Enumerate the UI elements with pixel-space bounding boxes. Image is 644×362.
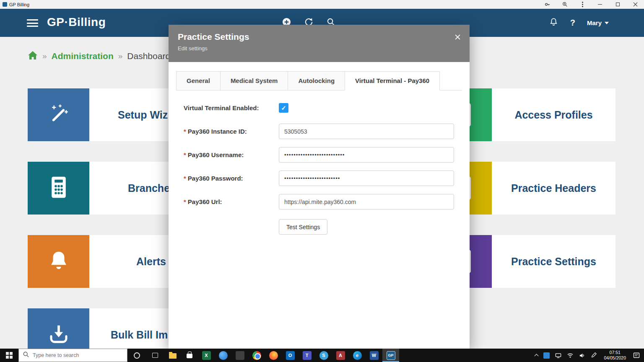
taskbar-edge-icon[interactable]: e <box>349 349 366 362</box>
taskbar-access-icon[interactable]: A <box>332 349 349 362</box>
breadcrumb-separator: » <box>42 52 47 61</box>
tile-label: Setup Wiz <box>118 109 168 121</box>
virtual-terminal-enabled-label: Virtual Terminal Enabled: <box>184 104 279 111</box>
user-menu[interactable]: Mary <box>587 19 609 26</box>
tile-label: Bulk Bill Im <box>111 329 168 341</box>
tile-label: Access Profiles <box>514 109 592 121</box>
notifications-bell-icon[interactable] <box>549 17 558 28</box>
pay360-username-label: *Pay360 Username: <box>184 151 279 158</box>
taskbar-excel-icon[interactable]: X <box>198 349 215 362</box>
volume-icon[interactable] <box>579 352 585 359</box>
pay360-instance-id-input[interactable] <box>279 124 454 139</box>
breadcrumb-separator: » <box>118 52 123 61</box>
task-view-button[interactable] <box>146 349 164 362</box>
notification-center-icon[interactable] <box>633 352 640 359</box>
breadcrumb-administration[interactable]: Administration <box>52 51 114 61</box>
home-icon[interactable] <box>28 51 38 62</box>
tab-general[interactable]: General <box>176 71 221 90</box>
pay360-url-input[interactable] <box>279 194 454 209</box>
monitor-icon[interactable] <box>555 352 561 359</box>
breadcrumb-dashboard: Dashboard <box>127 51 170 61</box>
taskbar-teams-icon[interactable]: T <box>299 349 315 362</box>
windows-logo-icon <box>6 352 13 359</box>
user-name: Mary <box>587 19 602 26</box>
menu-hamburger-icon[interactable] <box>27 19 38 27</box>
pay360-instance-id-label: *Pay360 Instance ID: <box>184 128 279 135</box>
windows-taskbar: X O T S A e W GP 07:51 <box>0 349 644 362</box>
modal-tabs: General Medical System Autolocking Virtu… <box>176 71 462 90</box>
browser-menu-icon[interactable] <box>574 0 591 9</box>
key-icon[interactable] <box>538 0 556 9</box>
app-logo: GP·Billing <box>47 16 106 29</box>
modal-title: Practice Settings <box>178 32 460 42</box>
screen: GP Billing GP·Billing <box>0 0 644 362</box>
taskbar-firefox-icon[interactable] <box>265 349 282 362</box>
pay360-password-input[interactable] <box>279 171 454 186</box>
practice-settings-modal: Practice Settings Edit settings General … <box>169 25 470 349</box>
clock-date: 04/05/2020 <box>604 355 626 361</box>
pay360-url-label: *Pay360 Url: <box>184 198 279 205</box>
bell-icon <box>47 249 70 274</box>
modal-header: Practice Settings Edit settings <box>169 25 470 62</box>
start-button[interactable] <box>0 349 18 362</box>
taskbar-file-explorer-icon[interactable] <box>164 349 181 362</box>
pay360-username-input[interactable] <box>279 147 454 163</box>
close-window-button[interactable] <box>626 0 644 9</box>
tile-label: Alerts <box>136 256 166 268</box>
magic-wand-icon <box>47 103 70 127</box>
breadcrumb: » Administration » Dashboard <box>28 51 170 62</box>
minimize-button[interactable] <box>591 0 609 9</box>
clock-time: 07:51 <box>604 350 626 355</box>
tile-label: Branche <box>128 182 170 194</box>
tab-virtual-terminal-pay360[interactable]: Virtual Terminal - Pay360 <box>345 71 440 90</box>
required-asterisk: * <box>184 175 186 182</box>
app-window-icon <box>3 2 7 7</box>
window-title: GP Billing <box>9 2 29 7</box>
tile-label: Practice Settings <box>511 256 596 268</box>
required-asterisk: * <box>184 151 186 158</box>
taskbar-search[interactable] <box>18 349 127 362</box>
tab-autolocking[interactable]: Autolocking <box>288 71 345 90</box>
tab-medical-system[interactable]: Medical System <box>220 71 288 90</box>
taskbar-outlook-icon[interactable]: O <box>282 349 299 362</box>
search-icon <box>23 352 29 359</box>
modal-subtitle: Edit settings <box>178 45 460 52</box>
taskbar-search-input[interactable] <box>33 352 123 358</box>
caret-down-icon <box>605 22 609 24</box>
tray-expand-icon[interactable] <box>535 354 539 358</box>
system-tray: 07:51 04/05/2020 <box>535 349 644 362</box>
taskbar-gp-billing-icon[interactable]: GP <box>382 349 399 362</box>
taskbar-word-icon[interactable]: W <box>366 349 382 362</box>
tray-app-icon[interactable] <box>543 352 550 359</box>
taskbar-skype-icon[interactable]: S <box>315 349 332 362</box>
test-settings-button[interactable]: Test Settings <box>279 219 327 235</box>
keypad-building-icon <box>49 176 68 201</box>
task-view-icon <box>152 353 158 358</box>
cortana-button[interactable] <box>127 349 146 362</box>
taskbar-photos-icon[interactable] <box>215 349 231 362</box>
taskbar-store-icon[interactable] <box>181 349 198 362</box>
required-asterisk: * <box>184 198 186 205</box>
taskbar-chrome-icon[interactable] <box>248 349 265 362</box>
taskbar-clock[interactable]: 07:51 04/05/2020 <box>602 350 628 361</box>
virtual-terminal-enabled-checkbox[interactable]: ✓ <box>279 103 288 113</box>
close-icon[interactable] <box>453 32 462 41</box>
maximize-button[interactable] <box>609 0 626 9</box>
download-tray-icon <box>47 323 70 346</box>
window-titlebar: GP Billing <box>0 0 644 9</box>
wifi-icon[interactable] <box>567 352 574 358</box>
pay360-password-label: *Pay360 Password: <box>184 175 279 182</box>
zoom-icon[interactable] <box>556 0 574 9</box>
pen-icon[interactable] <box>591 352 597 358</box>
required-asterisk: * <box>184 128 186 135</box>
tile-label: Practice Headers <box>511 182 596 194</box>
taskbar-notes-icon[interactable] <box>231 349 248 362</box>
help-icon[interactable]: ? <box>570 18 575 28</box>
cortana-icon <box>134 352 140 359</box>
modal-body: Virtual Terminal Enabled: ✓ *Pay360 Inst… <box>169 90 470 235</box>
